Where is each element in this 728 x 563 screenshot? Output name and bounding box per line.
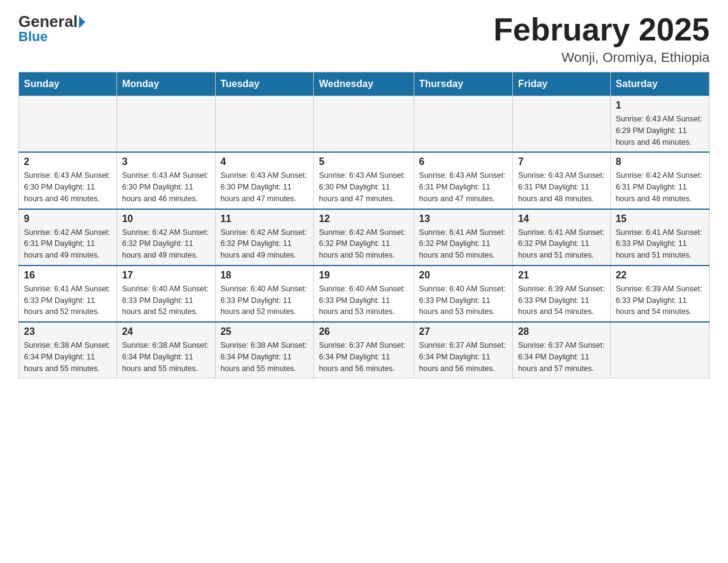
day-info: Sunrise: 6:40 AM Sunset: 6:33 PM Dayligh… bbox=[419, 283, 508, 318]
calendar-week-row: 2Sunrise: 6:43 AM Sunset: 6:30 PM Daylig… bbox=[19, 152, 710, 209]
calendar-table: SundayMondayTuesdayWednesdayThursdayFrid… bbox=[18, 72, 710, 378]
day-number: 8 bbox=[616, 156, 704, 167]
day-info: Sunrise: 6:42 AM Sunset: 6:32 PM Dayligh… bbox=[122, 227, 210, 261]
calendar-cell bbox=[314, 96, 414, 153]
calendar-cell: 19Sunrise: 6:40 AM Sunset: 6:33 PM Dayli… bbox=[314, 266, 414, 322]
day-number: 17 bbox=[122, 270, 210, 281]
calendar-cell bbox=[215, 96, 314, 153]
day-info: Sunrise: 6:40 AM Sunset: 6:33 PM Dayligh… bbox=[221, 283, 309, 318]
day-info: Sunrise: 6:41 AM Sunset: 6:32 PM Dayligh… bbox=[419, 227, 508, 261]
calendar-cell: 26Sunrise: 6:37 AM Sunset: 6:34 PM Dayli… bbox=[314, 322, 414, 378]
day-number: 1 bbox=[616, 100, 704, 111]
day-number: 25 bbox=[221, 326, 309, 337]
day-number: 21 bbox=[518, 270, 605, 281]
day-number: 10 bbox=[122, 213, 210, 224]
calendar-cell: 15Sunrise: 6:41 AM Sunset: 6:33 PM Dayli… bbox=[610, 209, 709, 266]
calendar-cell: 28Sunrise: 6:37 AM Sunset: 6:34 PM Dayli… bbox=[513, 322, 610, 378]
day-info: Sunrise: 6:40 AM Sunset: 6:33 PM Dayligh… bbox=[122, 283, 210, 318]
calendar-week-row: 23Sunrise: 6:38 AM Sunset: 6:34 PM Dayli… bbox=[19, 322, 710, 378]
calendar-cell: 2Sunrise: 6:43 AM Sunset: 6:30 PM Daylig… bbox=[19, 152, 117, 209]
day-number: 3 bbox=[122, 156, 210, 167]
calendar-cell: 4Sunrise: 6:43 AM Sunset: 6:30 PM Daylig… bbox=[215, 152, 314, 209]
day-number: 6 bbox=[419, 156, 508, 167]
month-title: February 2025 bbox=[493, 12, 710, 47]
logo-arrow-icon bbox=[79, 16, 85, 28]
calendar-header-sunday: Sunday bbox=[19, 72, 117, 96]
calendar-header-friday: Friday bbox=[513, 72, 610, 96]
calendar-cell: 9Sunrise: 6:42 AM Sunset: 6:31 PM Daylig… bbox=[19, 209, 117, 266]
day-number: 16 bbox=[24, 270, 112, 281]
day-number: 5 bbox=[319, 156, 408, 167]
day-info: Sunrise: 6:39 AM Sunset: 6:33 PM Dayligh… bbox=[518, 283, 605, 318]
calendar-cell: 6Sunrise: 6:43 AM Sunset: 6:31 PM Daylig… bbox=[414, 152, 513, 209]
day-number: 22 bbox=[616, 270, 704, 281]
day-info: Sunrise: 6:41 AM Sunset: 6:33 PM Dayligh… bbox=[616, 227, 704, 261]
day-number: 26 bbox=[319, 326, 408, 337]
calendar-cell: 8Sunrise: 6:42 AM Sunset: 6:31 PM Daylig… bbox=[610, 152, 709, 209]
calendar-cell bbox=[513, 96, 610, 153]
day-info: Sunrise: 6:43 AM Sunset: 6:31 PM Dayligh… bbox=[419, 170, 508, 204]
calendar-cell: 1Sunrise: 6:43 AM Sunset: 6:29 PM Daylig… bbox=[610, 96, 709, 153]
day-info: Sunrise: 6:41 AM Sunset: 6:33 PM Dayligh… bbox=[24, 283, 112, 318]
day-info: Sunrise: 6:41 AM Sunset: 6:32 PM Dayligh… bbox=[518, 227, 605, 261]
calendar-header-tuesday: Tuesday bbox=[215, 72, 314, 96]
calendar-cell: 21Sunrise: 6:39 AM Sunset: 6:33 PM Dayli… bbox=[513, 266, 610, 322]
calendar-header-saturday: Saturday bbox=[610, 72, 709, 96]
day-number: 12 bbox=[319, 213, 408, 224]
day-number: 24 bbox=[122, 326, 210, 337]
calendar-header-wednesday: Wednesday bbox=[314, 72, 414, 96]
day-info: Sunrise: 6:43 AM Sunset: 6:30 PM Dayligh… bbox=[319, 170, 408, 204]
calendar-cell: 17Sunrise: 6:40 AM Sunset: 6:33 PM Dayli… bbox=[117, 266, 215, 322]
calendar-cell: 16Sunrise: 6:41 AM Sunset: 6:33 PM Dayli… bbox=[19, 266, 117, 322]
calendar-cell: 11Sunrise: 6:42 AM Sunset: 6:32 PM Dayli… bbox=[215, 209, 314, 266]
day-info: Sunrise: 6:37 AM Sunset: 6:34 PM Dayligh… bbox=[518, 340, 605, 374]
day-info: Sunrise: 6:43 AM Sunset: 6:30 PM Dayligh… bbox=[24, 170, 112, 204]
location-title: Wonji, Oromiya, Ethiopia bbox=[493, 50, 710, 66]
calendar-header-row: SundayMondayTuesdayWednesdayThursdayFrid… bbox=[19, 72, 710, 96]
day-number: 27 bbox=[419, 326, 508, 337]
day-number: 20 bbox=[419, 270, 508, 281]
day-number: 14 bbox=[518, 213, 605, 224]
calendar-header-monday: Monday bbox=[117, 72, 215, 96]
calendar-cell: 10Sunrise: 6:42 AM Sunset: 6:32 PM Dayli… bbox=[117, 209, 215, 266]
day-info: Sunrise: 6:43 AM Sunset: 6:30 PM Dayligh… bbox=[221, 170, 309, 204]
page-header: General Blue February 2025 Wonji, Oromiy… bbox=[18, 12, 710, 66]
calendar-cell bbox=[610, 322, 709, 378]
calendar-cell: 18Sunrise: 6:40 AM Sunset: 6:33 PM Dayli… bbox=[215, 266, 314, 322]
day-info: Sunrise: 6:37 AM Sunset: 6:34 PM Dayligh… bbox=[319, 340, 408, 374]
calendar-cell: 14Sunrise: 6:41 AM Sunset: 6:32 PM Dayli… bbox=[513, 209, 610, 266]
calendar-cell: 24Sunrise: 6:38 AM Sunset: 6:34 PM Dayli… bbox=[117, 322, 215, 378]
calendar-cell: 13Sunrise: 6:41 AM Sunset: 6:32 PM Dayli… bbox=[414, 209, 513, 266]
calendar-cell bbox=[117, 96, 215, 153]
calendar-header-thursday: Thursday bbox=[414, 72, 513, 96]
calendar-cell: 20Sunrise: 6:40 AM Sunset: 6:33 PM Dayli… bbox=[414, 266, 513, 322]
calendar-cell: 12Sunrise: 6:42 AM Sunset: 6:32 PM Dayli… bbox=[314, 209, 414, 266]
title-block: February 2025 Wonji, Oromiya, Ethiopia bbox=[493, 12, 710, 66]
day-number: 9 bbox=[24, 213, 112, 224]
calendar-cell: 23Sunrise: 6:38 AM Sunset: 6:34 PM Dayli… bbox=[19, 322, 117, 378]
day-number: 4 bbox=[221, 156, 309, 167]
calendar-cell: 22Sunrise: 6:39 AM Sunset: 6:33 PM Dayli… bbox=[610, 266, 709, 322]
day-info: Sunrise: 6:43 AM Sunset: 6:31 PM Dayligh… bbox=[518, 170, 605, 204]
day-number: 2 bbox=[24, 156, 112, 167]
day-number: 11 bbox=[221, 213, 309, 224]
day-info: Sunrise: 6:42 AM Sunset: 6:32 PM Dayligh… bbox=[319, 227, 408, 261]
day-number: 19 bbox=[319, 270, 408, 281]
calendar-cell bbox=[414, 96, 513, 153]
logo: General Blue bbox=[18, 12, 85, 45]
day-info: Sunrise: 6:40 AM Sunset: 6:33 PM Dayligh… bbox=[319, 283, 408, 318]
calendar-cell: 3Sunrise: 6:43 AM Sunset: 6:30 PM Daylig… bbox=[117, 152, 215, 209]
calendar-cell bbox=[19, 96, 117, 153]
day-number: 13 bbox=[419, 213, 508, 224]
day-info: Sunrise: 6:42 AM Sunset: 6:32 PM Dayligh… bbox=[221, 227, 309, 261]
day-info: Sunrise: 6:42 AM Sunset: 6:31 PM Dayligh… bbox=[24, 227, 112, 261]
day-info: Sunrise: 6:38 AM Sunset: 6:34 PM Dayligh… bbox=[24, 340, 112, 374]
logo-blue: Blue bbox=[18, 29, 48, 45]
calendar-cell: 25Sunrise: 6:38 AM Sunset: 6:34 PM Dayli… bbox=[215, 322, 314, 378]
calendar-week-row: 9Sunrise: 6:42 AM Sunset: 6:31 PM Daylig… bbox=[19, 209, 710, 266]
day-info: Sunrise: 6:37 AM Sunset: 6:34 PM Dayligh… bbox=[419, 340, 508, 374]
day-number: 23 bbox=[24, 326, 112, 337]
day-number: 15 bbox=[616, 213, 704, 224]
day-info: Sunrise: 6:43 AM Sunset: 6:29 PM Dayligh… bbox=[616, 113, 704, 148]
day-info: Sunrise: 6:38 AM Sunset: 6:34 PM Dayligh… bbox=[221, 340, 309, 374]
